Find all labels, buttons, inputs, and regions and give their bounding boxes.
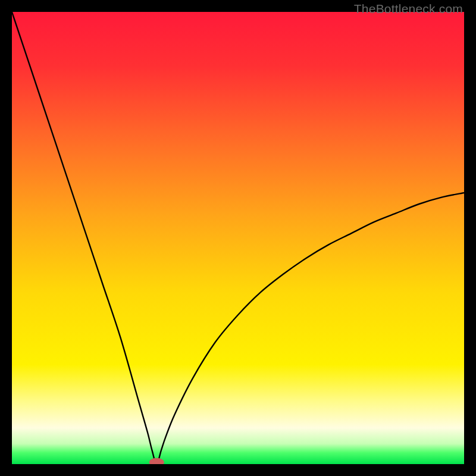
plot-frame (12, 12, 464, 464)
watermark-text: TheBottleneck.com (354, 2, 463, 16)
bottleneck-curve (12, 12, 464, 464)
trough-marker (149, 458, 164, 464)
